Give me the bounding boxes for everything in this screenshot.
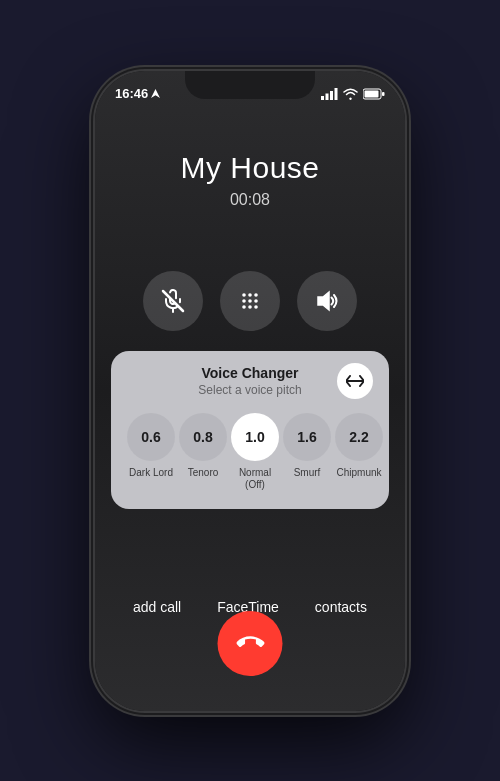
voice-options: 0.6 Dark Lord 0.8 Tenoro 1.0 <box>127 413 373 491</box>
add-call-button[interactable]: add call <box>133 598 181 616</box>
contacts-label: contacts <box>315 599 367 615</box>
resize-icon <box>346 375 364 387</box>
phone-wrapper: 16:46 <box>0 0 500 781</box>
keypad-action-button[interactable] <box>220 271 280 331</box>
svg-rect-6 <box>365 90 379 97</box>
voice-option-tenoro[interactable]: 0.8 Tenoro <box>179 413 227 491</box>
voice-label-chipmunk: Chipmunk <box>336 467 381 479</box>
svg-marker-19 <box>318 292 329 310</box>
svg-rect-7 <box>382 92 385 96</box>
speaker-action-button[interactable] <box>297 271 357 331</box>
action-buttons <box>95 271 405 331</box>
svg-marker-0 <box>151 89 160 98</box>
notch <box>185 71 315 99</box>
svg-point-14 <box>248 299 252 303</box>
voice-changer-panel: Voice Changer Select a voice pitch <box>111 351 389 509</box>
svg-rect-2 <box>326 93 329 100</box>
svg-point-13 <box>242 299 246 303</box>
screen: 16:46 <box>95 71 405 711</box>
speaker-icon <box>315 289 339 313</box>
svg-rect-4 <box>335 88 338 100</box>
battery-icon <box>363 88 385 100</box>
add-call-label: add call <box>133 599 181 615</box>
keypad-icon <box>238 289 262 313</box>
svg-point-10 <box>242 293 246 297</box>
end-call-button[interactable] <box>218 611 283 676</box>
svg-point-16 <box>242 305 246 309</box>
status-icons <box>321 88 385 100</box>
voice-label-normal: Normal (Off) <box>231 467 279 491</box>
svg-point-11 <box>248 293 252 297</box>
clock: 16:46 <box>115 86 148 101</box>
voice-panel-header: Voice Changer Select a voice pitch <box>127 365 373 399</box>
voice-circle-tenoro: 0.8 <box>179 413 227 461</box>
phone-body: 16:46 <box>95 71 405 711</box>
call-name: My House <box>95 151 405 185</box>
mute-icon <box>161 289 185 313</box>
voice-circle-dark-lord: 0.6 <box>127 413 175 461</box>
voice-panel-subtitle: Select a voice pitch <box>163 383 337 397</box>
signal-icon <box>321 88 338 100</box>
phone-down-icon <box>236 629 264 657</box>
voice-label-tenoro: Tenoro <box>188 467 219 479</box>
contacts-button[interactable]: contacts <box>315 598 367 616</box>
voice-panel-title-group: Voice Changer Select a voice pitch <box>163 365 337 397</box>
wifi-icon <box>343 88 358 100</box>
svg-point-18 <box>254 305 258 309</box>
voice-circle-chipmunk: 2.2 <box>335 413 383 461</box>
svg-rect-1 <box>321 96 324 100</box>
voice-option-dark-lord[interactable]: 0.6 Dark Lord <box>127 413 175 491</box>
svg-rect-3 <box>330 91 333 100</box>
call-duration: 00:08 <box>95 191 405 209</box>
svg-point-12 <box>254 293 258 297</box>
voice-option-smurf[interactable]: 1.6 Smurf <box>283 413 331 491</box>
voice-label-smurf: Smurf <box>294 467 321 479</box>
svg-point-17 <box>248 305 252 309</box>
voice-option-chipmunk[interactable]: 2.2 Chipmunk <box>335 413 383 491</box>
location-icon <box>151 89 160 98</box>
svg-point-15 <box>254 299 258 303</box>
voice-circle-normal: 1.0 <box>231 413 279 461</box>
voice-circle-smurf: 1.6 <box>283 413 331 461</box>
status-time: 16:46 <box>115 86 160 101</box>
voice-option-normal[interactable]: 1.0 Normal (Off) <box>231 413 279 491</box>
voice-panel-title: Voice Changer <box>163 365 337 381</box>
voice-close-button[interactable] <box>337 363 373 399</box>
call-info: My House 00:08 <box>95 151 405 209</box>
voice-label-dark-lord: Dark Lord <box>129 467 173 479</box>
mute-action-button[interactable] <box>143 271 203 331</box>
